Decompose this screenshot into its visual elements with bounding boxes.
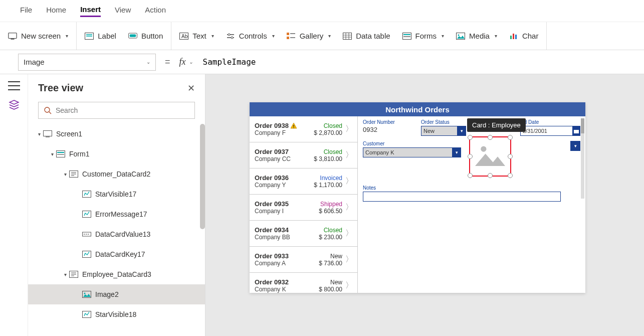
menu-file[interactable]: File — [20, 6, 32, 16]
secondary-dropdown[interactable]: ▾ — [570, 141, 580, 151]
svg-point-18 — [458, 34, 460, 36]
svg-rect-20 — [513, 34, 514, 39]
charts-button[interactable]: Char — [509, 32, 539, 41]
chevron-right-icon: 〉 — [345, 202, 353, 213]
tree-search[interactable] — [38, 102, 195, 119]
order-company: Company Y — [255, 182, 314, 189]
order-row[interactable]: Order 0934Company BBClosed$ 230.00〉 — [250, 221, 357, 247]
tree-node-label: StarVisible18 — [95, 310, 136, 318]
order-company: Company F — [255, 129, 314, 136]
order-company: Company A — [255, 260, 319, 267]
paid-date-picker[interactable]: 2/31/2001 — [520, 126, 580, 136]
formula-input[interactable] — [199, 54, 624, 71]
chevron-down-icon: ▾ — [211, 33, 214, 39]
tree-node-employee-datacard[interactable]: ▾ Employee_DataCard3 — [28, 264, 205, 284]
svg-rect-9 — [287, 33, 289, 35]
forms-button[interactable]: Forms ▾ — [402, 32, 445, 41]
svg-rect-27 — [57, 154, 64, 155]
customer-dropdown[interactable]: Company K ▾ — [363, 147, 461, 157]
order-status: Closed — [319, 227, 342, 234]
media-button[interactable]: Media ▾ — [456, 32, 497, 41]
controls-button[interactable]: Controls ▾ — [226, 32, 275, 41]
tree-node-customer-datacard[interactable]: ▾ Customer_DataCard2 — [28, 164, 205, 184]
tree-node-errormessage17[interactable]: ErrorMessage17 — [28, 204, 205, 224]
tree-node-form1[interactable]: ▾ Form1 — [28, 144, 205, 164]
tree-node-screen1[interactable]: ▾ Screen1 — [28, 124, 205, 144]
scrollbar[interactable] — [200, 124, 205, 229]
hamburger-icon[interactable] — [8, 81, 20, 90]
order-amount: $ 2,870.00 — [314, 129, 342, 136]
menu-home[interactable]: Home — [46, 6, 66, 16]
order-row[interactable]: Order 0935Company IShipped$ 606.50〉 — [250, 195, 357, 221]
forms-btn-label: Forms — [415, 32, 437, 40]
tree-node-label: ErrorMessage17 — [95, 210, 147, 218]
order-num: Order 0934 — [255, 226, 289, 234]
chevron-down-icon: ▾ — [328, 33, 331, 39]
svg-text:Abc: Abc — [181, 34, 188, 39]
notes-input[interactable] — [363, 192, 561, 202]
gallery-button[interactable]: Gallery ▾ — [287, 32, 331, 41]
menu-bar: File Home Insert View Action — [0, 0, 644, 22]
order-status: Invoiced — [314, 175, 342, 182]
tree-view-icon[interactable] — [9, 99, 20, 110]
tree-node-label: StarVisible17 — [95, 190, 136, 198]
new-screen-icon — [8, 32, 17, 41]
menu-action[interactable]: Action — [145, 6, 166, 16]
fx-button[interactable]: fx ⌄ — [179, 57, 193, 67]
edit-icon — [82, 311, 91, 318]
order-company: Company CC — [255, 155, 314, 162]
button-icon — [128, 32, 137, 41]
order-row[interactable]: Order 0933Company ANew$ 736.00〉 — [250, 247, 357, 273]
order-row[interactable]: Order 0937Company CCClosed$ 3,810.00〉 — [250, 142, 357, 169]
property-select[interactable]: Image ⌄ — [18, 54, 156, 71]
form-scrollbar[interactable] — [581, 118, 584, 199]
tree-node-starvisible17[interactable]: StarVisible17 — [28, 184, 205, 204]
new-screen-button[interactable]: New screen ▾ — [8, 32, 68, 41]
svg-rect-26 — [57, 152, 64, 153]
order-row[interactable]: Order 0936Company YInvoiced$ 1,170.00〉 — [250, 169, 357, 195]
order-amount: $ 606.50 — [319, 208, 342, 215]
text-icon: Abc — [179, 32, 188, 41]
button-btn-label: Button — [141, 32, 163, 40]
order-num: Order 0935 — [255, 200, 289, 208]
chevron-right-icon: 〉 — [345, 228, 353, 239]
chevron-down-icon: ▾ — [66, 33, 68, 39]
tree-node-datacardvalue13[interactable]: DataCardValue13 — [28, 224, 205, 244]
form-icon — [56, 150, 65, 157]
tree-node-label: Screen1 — [56, 130, 82, 138]
tree-search-input[interactable] — [56, 106, 189, 114]
order-gallery[interactable]: Order 0938Company FClosed$ 2,870.00〉Orde… — [250, 116, 358, 293]
chevron-right-icon: 〉 — [345, 124, 353, 134]
tree-panel: Tree view ✕ ▾ Screen1 ▾ Form1 ▾ Customer… — [28, 74, 205, 336]
svg-point-44 — [481, 146, 486, 152]
button-button[interactable]: Button — [128, 32, 163, 41]
employee-image-selected[interactable] — [469, 136, 511, 177]
chevron-down-icon: ▾ — [272, 33, 275, 39]
order-num: Order 0938 — [255, 122, 289, 129]
order-row[interactable]: Order 0932Company KNew$ 800.00〉 — [250, 273, 357, 293]
data-table-icon — [343, 32, 352, 41]
order-amount: $ 3,810.00 — [314, 155, 342, 162]
order-row[interactable]: Order 0938Company FClosed$ 2,870.00〉 — [250, 116, 357, 142]
close-icon[interactable]: ✕ — [187, 83, 195, 94]
svg-rect-24 — [46, 137, 50, 137]
tree-node-label: DataCardKey17 — [95, 250, 145, 258]
data-table-button[interactable]: Data table — [343, 32, 390, 41]
tree-node-datacardkey17[interactable]: DataCardKey17 — [28, 244, 205, 264]
menu-insert[interactable]: Insert — [80, 5, 101, 17]
order-status: Shipped — [319, 201, 342, 208]
order-status: New — [319, 279, 342, 286]
datacard-icon — [69, 171, 78, 178]
notes-label: Notes — [363, 185, 376, 191]
order-num: Order 0936 — [255, 174, 289, 182]
tree-node-label: Form1 — [69, 150, 89, 158]
menu-view[interactable]: View — [115, 6, 131, 16]
order-status-dropdown[interactable]: New ▾ — [421, 126, 466, 136]
tree-node-image2[interactable]: Image2 — [28, 284, 205, 304]
text-button[interactable]: Abc Text ▾ — [179, 32, 214, 41]
order-num: Order 0932 — [255, 278, 289, 286]
label-button[interactable]: Label — [85, 32, 116, 41]
order-amount: $ 736.00 — [319, 260, 342, 267]
label-btn-label: Label — [98, 32, 116, 40]
tree-node-starvisible18[interactable]: StarVisible18 — [28, 304, 205, 324]
